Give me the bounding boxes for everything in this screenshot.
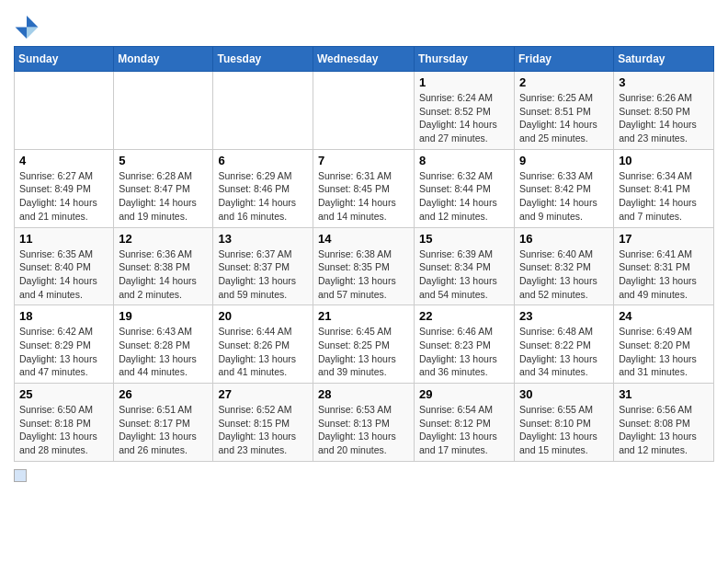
day-cell: 28Sunrise: 6:53 AM Sunset: 8:13 PM Dayli… xyxy=(313,384,415,462)
day-info: Sunrise: 6:52 AM Sunset: 8:15 PM Dayligh… xyxy=(218,403,308,457)
day-info: Sunrise: 6:32 AM Sunset: 8:44 PM Dayligh… xyxy=(419,169,509,224)
day-number: 13 xyxy=(218,232,308,246)
day-number: 2 xyxy=(519,75,609,89)
day-cell: 1Sunrise: 6:24 AM Sunset: 8:52 PM Daylig… xyxy=(415,72,515,150)
day-number: 10 xyxy=(619,154,709,167)
day-header-friday: Friday xyxy=(515,47,614,72)
day-cell: 15Sunrise: 6:39 AM Sunset: 8:34 PM Dayli… xyxy=(415,227,515,305)
day-info: Sunrise: 6:53 AM Sunset: 8:13 PM Dayligh… xyxy=(318,403,409,457)
day-info: Sunrise: 6:24 AM Sunset: 8:52 PM Dayligh… xyxy=(419,91,509,145)
day-number: 8 xyxy=(419,154,509,167)
day-number: 27 xyxy=(218,387,308,401)
day-cell: 24Sunrise: 6:49 AM Sunset: 8:20 PM Dayli… xyxy=(614,305,714,384)
week-row-3: 11Sunrise: 6:35 AM Sunset: 8:40 PM Dayli… xyxy=(15,227,714,305)
day-number: 18 xyxy=(19,309,108,323)
day-info: Sunrise: 6:50 AM Sunset: 8:18 PM Dayligh… xyxy=(19,403,108,457)
day-cell xyxy=(15,72,114,150)
day-number: 22 xyxy=(419,309,509,323)
day-info: Sunrise: 6:56 AM Sunset: 8:08 PM Dayligh… xyxy=(619,403,709,457)
day-cell: 4Sunrise: 6:27 AM Sunset: 8:49 PM Daylig… xyxy=(15,149,114,227)
day-cell: 18Sunrise: 6:42 AM Sunset: 8:29 PM Dayli… xyxy=(15,305,114,384)
day-number: 19 xyxy=(119,309,208,323)
day-info: Sunrise: 6:44 AM Sunset: 8:26 PM Dayligh… xyxy=(218,325,308,379)
day-info: Sunrise: 6:46 AM Sunset: 8:23 PM Dayligh… xyxy=(419,325,509,379)
day-info: Sunrise: 6:55 AM Sunset: 8:10 PM Dayligh… xyxy=(519,403,609,457)
header xyxy=(14,9,714,39)
day-header-wednesday: Wednesday xyxy=(313,47,415,72)
day-number: 31 xyxy=(619,387,709,401)
day-info: Sunrise: 6:26 AM Sunset: 8:50 PM Dayligh… xyxy=(619,91,709,145)
day-cell: 10Sunrise: 6:34 AM Sunset: 8:41 PM Dayli… xyxy=(614,149,714,227)
daylight-box xyxy=(14,469,27,482)
day-number: 6 xyxy=(218,154,308,167)
day-info: Sunrise: 6:33 AM Sunset: 8:42 PM Dayligh… xyxy=(519,169,609,224)
day-number: 12 xyxy=(119,232,208,246)
day-cell: 6Sunrise: 6:29 AM Sunset: 8:46 PM Daylig… xyxy=(213,149,313,227)
day-info: Sunrise: 6:41 AM Sunset: 8:31 PM Dayligh… xyxy=(619,247,709,302)
day-cell xyxy=(313,72,415,150)
day-info: Sunrise: 6:35 AM Sunset: 8:40 PM Dayligh… xyxy=(19,247,108,302)
day-info: Sunrise: 6:43 AM Sunset: 8:28 PM Dayligh… xyxy=(119,325,208,379)
day-number: 7 xyxy=(318,154,409,167)
day-number: 25 xyxy=(19,387,108,401)
day-number: 4 xyxy=(19,154,108,167)
day-info: Sunrise: 6:27 AM Sunset: 8:49 PM Dayligh… xyxy=(19,169,108,224)
day-number: 23 xyxy=(519,309,609,323)
day-cell: 2Sunrise: 6:25 AM Sunset: 8:51 PM Daylig… xyxy=(515,72,614,150)
day-number: 9 xyxy=(519,154,609,167)
day-header-monday: Monday xyxy=(114,47,213,72)
day-cell xyxy=(114,72,213,150)
day-number: 29 xyxy=(419,387,509,401)
week-row-1: 1Sunrise: 6:24 AM Sunset: 8:52 PM Daylig… xyxy=(15,72,714,150)
day-info: Sunrise: 6:31 AM Sunset: 8:45 PM Dayligh… xyxy=(318,169,409,224)
day-cell: 20Sunrise: 6:44 AM Sunset: 8:26 PM Dayli… xyxy=(213,305,313,384)
week-row-5: 25Sunrise: 6:50 AM Sunset: 8:18 PM Dayli… xyxy=(15,384,714,462)
week-row-2: 4Sunrise: 6:27 AM Sunset: 8:49 PM Daylig… xyxy=(15,149,714,227)
day-number: 28 xyxy=(318,387,409,401)
day-info: Sunrise: 6:54 AM Sunset: 8:12 PM Dayligh… xyxy=(419,403,509,457)
day-info: Sunrise: 6:42 AM Sunset: 8:29 PM Dayligh… xyxy=(19,325,108,379)
day-number: 15 xyxy=(419,232,509,246)
day-number: 24 xyxy=(619,309,709,323)
day-cell xyxy=(213,72,313,150)
day-info: Sunrise: 6:51 AM Sunset: 8:17 PM Dayligh… xyxy=(119,403,208,457)
header-row: SundayMondayTuesdayWednesdayThursdayFrid… xyxy=(15,47,714,72)
day-header-sunday: Sunday xyxy=(15,47,114,72)
day-number: 17 xyxy=(619,232,709,246)
day-cell: 14Sunrise: 6:38 AM Sunset: 8:35 PM Dayli… xyxy=(313,227,415,305)
logo xyxy=(14,13,43,39)
day-number: 21 xyxy=(318,309,409,323)
day-number: 26 xyxy=(119,387,208,401)
day-cell: 26Sunrise: 6:51 AM Sunset: 8:17 PM Dayli… xyxy=(114,384,213,462)
day-info: Sunrise: 6:39 AM Sunset: 8:34 PM Dayligh… xyxy=(419,247,509,302)
day-info: Sunrise: 6:25 AM Sunset: 8:51 PM Dayligh… xyxy=(519,91,609,145)
day-cell: 22Sunrise: 6:46 AM Sunset: 8:23 PM Dayli… xyxy=(415,305,515,384)
day-info: Sunrise: 6:28 AM Sunset: 8:47 PM Dayligh… xyxy=(119,169,208,224)
day-info: Sunrise: 6:36 AM Sunset: 8:38 PM Dayligh… xyxy=(119,247,208,302)
day-info: Sunrise: 6:37 AM Sunset: 8:37 PM Dayligh… xyxy=(218,247,308,302)
day-info: Sunrise: 6:40 AM Sunset: 8:32 PM Dayligh… xyxy=(519,247,609,302)
day-cell: 11Sunrise: 6:35 AM Sunset: 8:40 PM Dayli… xyxy=(15,227,114,305)
logo-icon xyxy=(14,13,40,39)
day-number: 3 xyxy=(619,75,709,89)
calendar-table: SundayMondayTuesdayWednesdayThursdayFrid… xyxy=(14,46,714,462)
day-number: 11 xyxy=(19,232,108,246)
day-cell: 27Sunrise: 6:52 AM Sunset: 8:15 PM Dayli… xyxy=(213,384,313,462)
day-number: 14 xyxy=(318,232,409,246)
day-number: 5 xyxy=(119,154,208,167)
day-header-tuesday: Tuesday xyxy=(213,47,313,72)
day-cell: 23Sunrise: 6:48 AM Sunset: 8:22 PM Dayli… xyxy=(515,305,614,384)
day-cell: 7Sunrise: 6:31 AM Sunset: 8:45 PM Daylig… xyxy=(313,149,415,227)
day-cell: 31Sunrise: 6:56 AM Sunset: 8:08 PM Dayli… xyxy=(614,384,714,462)
day-number: 20 xyxy=(218,309,308,323)
day-cell: 25Sunrise: 6:50 AM Sunset: 8:18 PM Dayli… xyxy=(15,384,114,462)
day-header-saturday: Saturday xyxy=(614,47,714,72)
day-cell: 17Sunrise: 6:41 AM Sunset: 8:31 PM Dayli… xyxy=(614,227,714,305)
day-info: Sunrise: 6:34 AM Sunset: 8:41 PM Dayligh… xyxy=(619,169,709,224)
day-info: Sunrise: 6:38 AM Sunset: 8:35 PM Dayligh… xyxy=(318,247,409,302)
day-cell: 12Sunrise: 6:36 AM Sunset: 8:38 PM Dayli… xyxy=(114,227,213,305)
day-cell: 30Sunrise: 6:55 AM Sunset: 8:10 PM Dayli… xyxy=(515,384,614,462)
week-row-4: 18Sunrise: 6:42 AM Sunset: 8:29 PM Dayli… xyxy=(15,305,714,384)
day-info: Sunrise: 6:49 AM Sunset: 8:20 PM Dayligh… xyxy=(619,325,709,379)
day-number: 30 xyxy=(519,387,609,401)
